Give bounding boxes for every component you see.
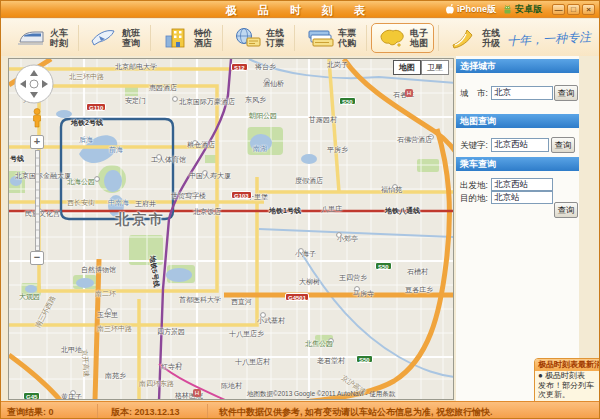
map-label: 北京国际金融大厦 [15, 171, 71, 181]
query-side-panel: 选择城市 城 市: 北京 查询 地图查询 关键字: 北京西站 查询 乘车查询 出… [456, 56, 579, 401]
keyword-query-button[interactable]: 查询 [551, 137, 575, 153]
toolbar-hotel-deals[interactable]: 特价酒店 [155, 23, 218, 53]
map-label: 民族文化宫 [25, 209, 60, 219]
map-label: 石槽村 [407, 267, 428, 277]
destination-input[interactable]: 北京站 [491, 191, 553, 204]
map-label: 福怡苑 [381, 185, 402, 195]
booking-icon [233, 26, 263, 50]
android-version-link[interactable]: 安卓版 [502, 3, 542, 16]
map-label: 黄庄子 [61, 392, 82, 400]
zoom-in-button[interactable]: + [30, 135, 44, 149]
map-copyright: 地图数据©2013 Google ©2011 AutoNavi - 使用条款 [247, 390, 395, 399]
zoom-out-button[interactable]: − [30, 251, 44, 265]
minimize-button[interactable]: — [552, 4, 565, 15]
map-label: 度假酒店 [295, 176, 323, 186]
map-label: 西直河 [231, 297, 252, 307]
map-label: 陈地村 [221, 381, 242, 391]
status-bar: 查询结果: 0 版本: 2013.12.13 软件中数据仅供参考, 如有变动请以… [1, 401, 599, 419]
map-label: 小郊亭 [337, 234, 358, 244]
map-label: 号线 [10, 154, 24, 164]
map-label: 北京饭店 [193, 207, 221, 217]
map-label: 南湖 [253, 144, 267, 154]
toolbar-label: 车票代购 [338, 28, 356, 48]
toolbar-online-booking[interactable]: 在线订票 [227, 23, 290, 53]
map-label: 自然博物馆 [81, 265, 116, 275]
map-label: 玉华里 [97, 310, 118, 320]
map-label: 朝阳公园 [249, 111, 277, 121]
app-window: 极 品 时 刻 表 iPhone版 安卓版 — □ × 火车时刻 航 [0, 0, 600, 419]
news-line: ● 极品时刻表 [535, 371, 600, 381]
map-label: 十八里店村 [235, 357, 270, 367]
map-label: 北海公园 [67, 177, 95, 187]
toolbar-train-schedule[interactable]: 火车时刻 [11, 23, 74, 53]
toolbar-separator [222, 25, 223, 51]
iphone-version-link[interactable]: iPhone版 [445, 3, 496, 16]
city-input[interactable]: 北京 [491, 86, 553, 100]
map-label: 东风乡 [245, 95, 266, 105]
map-label: 粮仓酒店 [187, 140, 215, 150]
android-icon [502, 4, 513, 15]
map-pan-control[interactable] [14, 64, 54, 104]
map-label: 地铁八通线 [385, 206, 420, 216]
map-mode-button[interactable]: 地图 [393, 60, 421, 75]
china-map-icon [377, 26, 407, 50]
map-mode-switch: 地图 卫星 [393, 60, 449, 75]
map-label: 四方景园 [157, 327, 185, 337]
map-label: 南四环东路 [139, 379, 174, 389]
toolbar-separator [366, 25, 367, 51]
hotel-icon [161, 26, 191, 50]
transit-query-button[interactable]: 查询 [554, 202, 578, 218]
map-label: 酒仙桥 [263, 79, 284, 89]
brand-slogan: 十年，一种专注 [507, 29, 592, 50]
origin-field-label: 出发地: [460, 180, 488, 192]
satellite-mode-button[interactable]: 卫星 [421, 60, 449, 75]
toolbar-ticket-purchase[interactable]: 车票代购 [299, 23, 362, 53]
toolbar-label: 火车时刻 [50, 28, 68, 48]
map-label: 地铁2号线 [71, 118, 103, 128]
keyword-field-label: 关键字: [460, 140, 488, 152]
map-label: 安定门 [125, 96, 146, 106]
toolbar-label: 航班查询 [122, 28, 140, 48]
news-line: 发布！部分列车 [535, 381, 600, 391]
road-shield: G4501 [285, 293, 309, 301]
toolbar-electronic-map[interactable]: 电子地图 [371, 23, 434, 53]
map-label: 北岗子 [327, 60, 348, 70]
section-header-map-query: 地图查询 [456, 114, 579, 128]
map-label: 八里庄 [321, 204, 342, 214]
city-query-button[interactable]: 查询 [554, 85, 578, 101]
map-label: 北京市 [115, 211, 166, 229]
toolbar-label: 电子地图 [410, 28, 428, 48]
map-label: 中国人寿大厦 [189, 171, 231, 181]
apple-icon [445, 4, 455, 15]
road-shield: S50 [339, 97, 356, 105]
keyword-input[interactable]: 北京西站 [491, 138, 549, 152]
map-label: 大柳树 [299, 277, 320, 287]
map-label: 平房乡 [327, 145, 348, 155]
section-header-select-city: 选择城市 [456, 59, 579, 73]
map-label: 南苑乡 [105, 371, 126, 381]
zoom-slider[interactable] [35, 150, 40, 251]
map-label: 王四营乡 [339, 273, 367, 283]
status-notice: 软件中数据仅供参考, 如有变动请以车站公布信息为准, 祝您旅行愉快. [219, 406, 493, 419]
status-version: 版本: 2013.12.13 [111, 406, 180, 419]
pegman-icon[interactable] [30, 108, 44, 128]
toolbar-separator [438, 25, 439, 51]
maximize-button[interactable]: □ [567, 4, 580, 15]
toolbar-flight-query[interactable]: 航班查询 [83, 23, 146, 53]
map-label: 小海子 [295, 249, 316, 259]
map-canvas[interactable]: 北三环中路北京邮电大学惠园酒店安定门北京国际万豪酒店地铁2号线后海前海粮仓酒店工… [8, 58, 454, 400]
map-label: 前海 [109, 145, 123, 155]
map-label: 石佛营酒店 [397, 135, 432, 145]
plane-icon [89, 26, 119, 50]
toolbar-separator [294, 25, 295, 51]
map-label: 豆各庄乡 [405, 285, 433, 295]
section-header-transit-query: 乘车查询 [456, 157, 579, 171]
upgrade-icon [449, 26, 479, 50]
toolbar-online-upgrade[interactable]: 在线升级 [443, 23, 506, 53]
map-label: 惠园酒店 [149, 83, 177, 93]
map-label: 地铁1号线 [269, 206, 301, 216]
map-label: 将台乡 [255, 62, 276, 72]
news-line: 次更新。 [535, 390, 600, 400]
close-button[interactable]: × [582, 4, 595, 15]
origin-input[interactable]: 北京西站 [491, 178, 553, 191]
